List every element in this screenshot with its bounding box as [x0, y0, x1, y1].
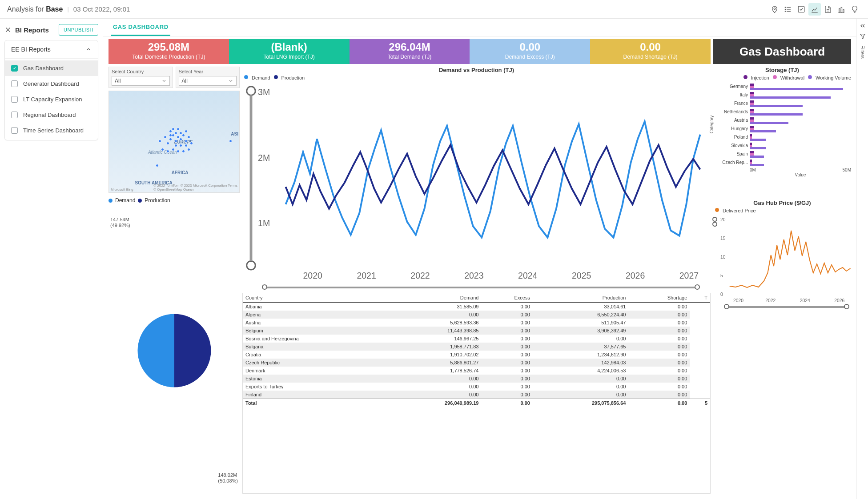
- bar-chart-icon[interactable]: [835, 3, 848, 16]
- category-label: Germany: [715, 84, 750, 89]
- table-row[interactable]: Albania31,585.090.0033,014.610.00: [243, 302, 710, 311]
- slider-handle-left[interactable]: [262, 284, 267, 290]
- kpi-value: 0.00: [472, 41, 587, 53]
- storage-legend: Injection Withdrawal Working Volume: [715, 75, 851, 80]
- kpi-1: (Blank)Total LNG Import (TJ): [229, 39, 350, 64]
- total-cell: 0.00: [628, 399, 690, 407]
- table-row[interactable]: Bosnia and Herzegovina146,967.250.000.00…: [243, 335, 710, 343]
- country-value: All: [115, 78, 161, 84]
- sidebar-item-regional-dashboard[interactable]: Regional Dashboard: [5, 107, 98, 123]
- category-label: Hungary: [715, 126, 750, 131]
- table-row[interactable]: Finland0.000.000.000.00: [243, 391, 710, 399]
- storage-bar-row: Netherlands: [715, 108, 851, 116]
- svg-point-4: [785, 7, 786, 8]
- checkbox-icon[interactable]: [11, 127, 18, 134]
- sidebar-item-label: Generator Dashboard: [23, 80, 79, 87]
- close-icon[interactable]: [4, 26, 12, 33]
- storage-title: Storage (TJ): [713, 67, 851, 73]
- location-icon[interactable]: [768, 3, 781, 16]
- column-header[interactable]: Shortage: [628, 293, 690, 303]
- table-row[interactable]: Belgium11,443,398.850.003,908,392.490.00: [243, 327, 710, 335]
- table-row[interactable]: Algeria0.000.006,550,224.400.00: [243, 311, 710, 319]
- slider-handle-left[interactable]: [724, 304, 729, 309]
- chart-view-icon[interactable]: [808, 3, 821, 16]
- kpi-0: 295.08MTotal Domestic Production (TJ): [108, 39, 229, 64]
- country-dropdown[interactable]: All: [112, 76, 170, 86]
- country-table[interactable]: CountryDemandExcessProductionShortageT A…: [242, 293, 711, 494]
- separator: |: [67, 6, 68, 12]
- time-slider[interactable]: [265, 287, 697, 288]
- map-dot: [174, 132, 177, 135]
- storage-chart[interactable]: Category GermanyItalyFranceNetherlandsAu…: [713, 82, 851, 198]
- bulb-icon[interactable]: [848, 3, 861, 16]
- table-row[interactable]: Estonia0.000.000.000.00: [243, 375, 710, 383]
- map-dot: [182, 150, 185, 153]
- map-dot: [190, 142, 193, 145]
- dot-icon: [743, 75, 747, 79]
- check-box-icon[interactable]: [795, 3, 808, 16]
- map[interactable]: EUROPE AFRICA SOUTH AMERICA Atlantic Oce…: [108, 91, 240, 193]
- bar: [750, 139, 766, 141]
- svg-text:3M: 3M: [258, 87, 270, 97]
- svg-text:2M: 2M: [258, 153, 270, 163]
- pie-label-production: 147.54M(49.92%): [110, 217, 130, 228]
- list-icon[interactable]: [782, 3, 794, 16]
- checkbox-icon[interactable]: [11, 65, 18, 72]
- demand-prod-title: Demand vs Production (TJ): [242, 67, 711, 73]
- filter-icon[interactable]: [859, 33, 866, 40]
- sidebar-item-time-series-dashboard[interactable]: Time Series Dashboard: [5, 123, 98, 138]
- table-row[interactable]: Croatia1,910,702.020.001,234,612.900.00: [243, 351, 710, 359]
- svg-text:2020: 2020: [303, 271, 322, 280]
- bar: [750, 122, 788, 124]
- column-header[interactable]: Demand: [386, 293, 481, 303]
- reports-card-header[interactable]: EE BI Reports: [5, 40, 98, 59]
- table-row[interactable]: Bulgaria1,958,771.830.0037,577.650.00: [243, 343, 710, 351]
- map-dot: [179, 144, 182, 147]
- column-header[interactable]: Country: [243, 293, 386, 303]
- price-chart[interactable]: 20151050 2020202220242026: [713, 215, 851, 494]
- table-row[interactable]: Denmark1,778,526.740.004,224,006.530.00: [243, 367, 710, 375]
- map-label-africa: AFRICA: [172, 170, 189, 175]
- map-dot: [187, 148, 190, 151]
- pie-chart: 147.54M(49.92%) 148.02M(50.08%): [108, 207, 240, 494]
- category-label: Poland: [715, 135, 750, 140]
- checkbox-icon[interactable]: [11, 80, 18, 87]
- checkbox-icon[interactable]: [11, 96, 18, 103]
- table-row[interactable]: Austria5,628,593.360.00511,905.470.00: [243, 319, 710, 327]
- total-cell: 295,075,856.64: [533, 399, 628, 407]
- sidebar-item-generator-dashboard[interactable]: Generator Dashboard: [5, 76, 98, 92]
- storage-bar-row: Spain: [715, 150, 851, 158]
- map-dot: [166, 142, 169, 145]
- map-dot: [172, 128, 175, 131]
- table-row[interactable]: Czech Republic5,886,801.270.00142,984.03…: [243, 359, 710, 367]
- kpi-value: 0.00: [593, 41, 708, 53]
- year-dropdown[interactable]: All: [179, 76, 237, 86]
- kpi-value: 296.04M: [352, 41, 467, 53]
- price-slider[interactable]: [727, 306, 847, 308]
- column-header[interactable]: Excess: [481, 293, 533, 303]
- svg-text:0: 0: [720, 292, 723, 297]
- svg-text:2024: 2024: [800, 298, 810, 303]
- checkbox-icon[interactable]: [11, 112, 18, 118]
- storage-bar-row: Germany: [715, 82, 851, 91]
- dot-icon: [773, 75, 777, 79]
- unpublish-button[interactable]: UNPUBLISH: [59, 24, 98, 36]
- map-dot: [172, 148, 175, 151]
- sidebar-item-gas-dashboard[interactable]: Gas Dashboard: [5, 60, 98, 76]
- slider-handle-right[interactable]: [844, 304, 849, 309]
- table-row[interactable]: Exports to Turkey0.000.000.000.00: [243, 383, 710, 391]
- map-credit-osm: © OpenStreetMap Ocean: [153, 188, 193, 192]
- collapse-icon[interactable]: [859, 22, 866, 29]
- demand-production-chart[interactable]: 3M 2M 1M 2020202120222023202420252026202…: [242, 82, 711, 283]
- tab-gas-dashboard[interactable]: GAS DASHBOARD: [111, 19, 170, 36]
- column-header[interactable]: T: [690, 293, 710, 303]
- sidebar-item-lt-capacity-expansion[interactable]: LT Capacity Expansion: [5, 92, 98, 107]
- slider-handle-right[interactable]: [695, 284, 700, 290]
- sidebar-item-label: Time Series Dashboard: [23, 127, 84, 134]
- document-icon[interactable]: [822, 3, 834, 16]
- svg-point-0: [774, 8, 776, 9]
- filters-label: Filters: [860, 45, 865, 59]
- pie-legend: Demand Production: [108, 197, 240, 204]
- map-credit-ms: © 2022 TomTom © 2023 Microsoft Corporati…: [153, 184, 237, 188]
- column-header[interactable]: Production: [533, 293, 628, 303]
